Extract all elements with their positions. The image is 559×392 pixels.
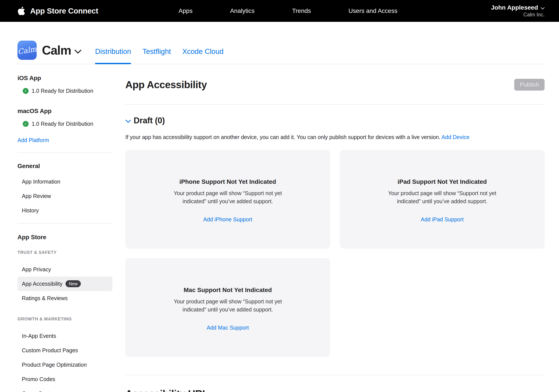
main-panel: App Accessibility Publish Draft (0) If y… xyxy=(125,64,545,392)
nav-trends[interactable]: Trends xyxy=(292,7,311,14)
app-switcher[interactable]: Calm xyxy=(42,43,82,57)
platform-status-text: 1.0 Ready for Distribution xyxy=(32,121,93,127)
card-body: Your product page will show “Support not… xyxy=(166,189,290,205)
nav-analytics[interactable]: Analytics xyxy=(230,7,255,14)
sidebar-item-label: App Review xyxy=(22,193,51,199)
app-tabs: Distribution Testflight Xcode Cloud xyxy=(95,47,224,64)
app-store-heading: App Store xyxy=(18,234,112,241)
platform-status-text: 1.0 Ready for Distribution xyxy=(32,88,93,94)
sidebar-item-label: In-App Events xyxy=(22,333,56,339)
chevron-down-icon xyxy=(125,119,131,123)
card-title: iPhone Support Not Yet Indicated xyxy=(179,178,276,185)
growth-marketing-caption: GROWTH & MARKETING xyxy=(18,317,112,321)
divider xyxy=(125,375,545,375)
mac-support-card: Mac Support Not Yet Indicated Your produ… xyxy=(125,258,330,357)
tab-distribution[interactable]: Distribution xyxy=(95,47,131,64)
trust-safety-list: App Privacy App Accessibility New Rating… xyxy=(18,262,112,305)
sidebar-item-app-review[interactable]: App Review xyxy=(18,189,112,203)
sidebar-item-promo-codes[interactable]: Promo Codes xyxy=(18,372,112,386)
divider xyxy=(125,104,545,105)
growth-marketing-list: In-App Events Custom Product Pages Produ… xyxy=(18,329,112,392)
checkmark-icon: ✓ xyxy=(23,88,28,94)
sidebar: iOS App ✓ 1.0 Ready for Distribution mac… xyxy=(18,64,112,392)
page-title: App Accessibility xyxy=(125,79,207,91)
sidebar-item-history[interactable]: History xyxy=(18,203,112,218)
sidebar-item-label: Promo Codes xyxy=(22,376,55,383)
app-header: Calm Calm Distribution Testflight Xcode … xyxy=(18,22,545,64)
app-title: Calm xyxy=(42,43,71,57)
add-mac-support-link[interactable]: Add Mac Support xyxy=(206,325,249,331)
main-header: App Accessibility Publish xyxy=(125,79,545,91)
nav-apps[interactable]: Apps xyxy=(179,7,193,14)
primary-nav: Apps Analytics Trends Users and Access xyxy=(179,7,397,14)
user-name: John Appleseed xyxy=(491,4,538,11)
app-identity: Calm Calm xyxy=(18,41,82,64)
add-platform-link[interactable]: Add Platform xyxy=(18,137,49,143)
trust-safety-caption: TRUST & SAFETY xyxy=(18,250,112,255)
publish-button[interactable]: Publish xyxy=(514,79,545,91)
iphone-support-card: iPhone Support Not Yet Indicated Your pr… xyxy=(125,150,330,249)
sidebar-item-app-information[interactable]: App Information xyxy=(18,174,112,189)
draft-description: If your app has accessibility support on… xyxy=(125,134,545,140)
platform-status-macos: ✓ 1.0 Ready for Distribution xyxy=(23,121,112,127)
sidebar-item-label: Game Center xyxy=(22,391,55,392)
divider xyxy=(18,223,112,224)
content: iOS App ✓ 1.0 Ready for Distribution mac… xyxy=(0,64,559,392)
new-badge: New xyxy=(65,280,81,287)
checkmark-icon: ✓ xyxy=(23,121,28,127)
card-title: iPad Support Not Yet Indicated xyxy=(398,178,487,185)
chevron-down-icon xyxy=(75,47,82,54)
add-device-link[interactable]: Add Device xyxy=(441,134,469,140)
sidebar-item-label: App Privacy xyxy=(22,266,51,273)
sidebar-item-label: Product Page Optimization xyxy=(22,362,87,368)
sidebar-item-label: Ratings & Reviews xyxy=(22,295,68,301)
brand[interactable]: App Store Connect xyxy=(18,6,98,16)
general-heading: General xyxy=(18,163,112,170)
calm-icon-script: Calm xyxy=(17,45,37,56)
sidebar-item-label: Custom Product Pages xyxy=(22,347,78,354)
platform-status-ios: ✓ 1.0 Ready for Distribution xyxy=(23,88,112,94)
sidebar-item-label: History xyxy=(22,207,39,214)
sidebar-item-custom-product-pages[interactable]: Custom Product Pages xyxy=(18,343,112,357)
tab-xcode-cloud[interactable]: Xcode Cloud xyxy=(182,47,224,64)
calm-app-icon: Calm xyxy=(18,41,37,60)
add-iphone-support-link[interactable]: Add iPhone Support xyxy=(203,216,252,223)
tab-testflight[interactable]: Testflight xyxy=(142,47,171,64)
nav-users-and-access[interactable]: Users and Access xyxy=(348,7,397,14)
accessibility-url-heading: Accessibility URL xyxy=(125,388,545,392)
card-body: Your product page will show “Support not… xyxy=(166,298,290,314)
divider xyxy=(18,153,112,153)
draft-description-text: If your app has accessibility support on… xyxy=(125,134,440,140)
sidebar-item-label: App Accessibility xyxy=(22,281,63,287)
sidebar-item-app-accessibility[interactable]: App Accessibility New xyxy=(18,276,112,291)
chevron-down-icon xyxy=(541,4,545,11)
add-ipad-support-link[interactable]: Add iPad Support xyxy=(421,216,464,223)
ipad-support-card: iPad Support Not Yet Indicated Your prod… xyxy=(340,150,545,249)
platform-heading-ios: iOS App xyxy=(18,75,112,82)
sidebar-item-app-privacy[interactable]: App Privacy xyxy=(18,262,112,276)
apple-logo-icon xyxy=(18,6,25,16)
user-organization: Calm Inc. xyxy=(491,12,545,18)
card-body: Your product page will show “Support not… xyxy=(380,189,504,205)
draft-heading: Draft (0) xyxy=(134,116,165,125)
top-navigation-bar: App Store Connect Apps Analytics Trends … xyxy=(0,0,559,22)
sidebar-item-product-page-optimization[interactable]: Product Page Optimization xyxy=(18,357,112,372)
card-title: Mac Support Not Yet Indicated xyxy=(184,287,272,293)
sidebar-item-ratings-reviews[interactable]: Ratings & Reviews xyxy=(18,291,112,305)
draft-section-toggle[interactable]: Draft (0) xyxy=(125,116,545,125)
sidebar-item-in-app-events[interactable]: In-App Events xyxy=(18,329,112,343)
platform-heading-macos: macOS App xyxy=(18,108,112,115)
user-menu[interactable]: John Appleseed Calm Inc. xyxy=(491,4,545,18)
support-cards: iPhone Support Not Yet Indicated Your pr… xyxy=(125,150,545,357)
sidebar-item-label: App Information xyxy=(22,179,60,185)
sidebar-item-game-center[interactable]: Game Center xyxy=(18,386,112,392)
general-list: App Information App Review History xyxy=(18,174,112,218)
brand-name: App Store Connect xyxy=(30,7,98,15)
